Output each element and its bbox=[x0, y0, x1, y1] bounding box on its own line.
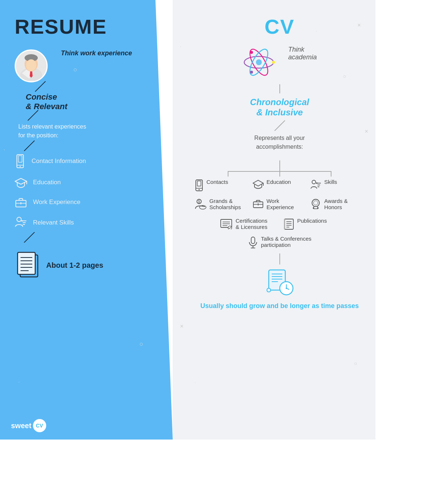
resume-tagline: Think work experience bbox=[61, 49, 132, 57]
svg-point-42 bbox=[199, 189, 200, 190]
cert-label: Certifications& Licensures bbox=[235, 218, 267, 230]
talks-label: Talks & Conferencesparticipation bbox=[261, 236, 312, 248]
contact-label: Contact Information bbox=[32, 158, 86, 165]
cv-item-publications: Publications bbox=[283, 218, 339, 230]
cv-item-talks: Talks & Conferencesparticipation bbox=[248, 236, 312, 249]
svg-marker-11 bbox=[15, 178, 27, 184]
cv-bottom-text: Usually should grow and be longer as tim… bbox=[200, 301, 359, 311]
awards-label: Awards &Honors bbox=[324, 198, 348, 210]
cv-bottom-section: Usually should grow and be longer as tim… bbox=[200, 268, 359, 311]
cv-item-contacts: Contacts bbox=[195, 179, 249, 191]
branding: sweet CV bbox=[11, 419, 46, 432]
resume-item-contact: Contact Information bbox=[15, 154, 86, 168]
svg-point-37 bbox=[250, 51, 253, 54]
svg-point-86 bbox=[286, 288, 287, 289]
scroll-clock-icon bbox=[265, 268, 294, 297]
publications-label: Publications bbox=[297, 218, 327, 224]
svg-rect-69 bbox=[285, 219, 293, 229]
workexp-label: Work Experience bbox=[33, 199, 80, 206]
cv-grid-row3: Certifications& Licensures Publications bbox=[220, 218, 339, 230]
svg-rect-8 bbox=[18, 156, 22, 162]
svg-point-68 bbox=[228, 226, 232, 229]
resume-subdesc: Lists relevant experiencesfor the positi… bbox=[18, 122, 86, 140]
grands-label: Grands &Scholarships bbox=[209, 198, 241, 210]
cv-grid-row1: Contacts Education Skills bbox=[195, 179, 364, 210]
cv-item-skills: Skills bbox=[310, 179, 364, 191]
cv-item-education: Education bbox=[253, 179, 307, 191]
svg-point-10 bbox=[20, 166, 21, 167]
cv-highlight: Chronological& Inclusive bbox=[250, 97, 309, 118]
education-cv-label: Education bbox=[267, 179, 291, 185]
svg-point-58 bbox=[314, 201, 318, 205]
cv-tagline: Thinkacademia bbox=[288, 46, 317, 61]
svg-point-32 bbox=[256, 59, 262, 65]
svg-point-6 bbox=[26, 59, 36, 71]
connector-v2 bbox=[279, 253, 280, 264]
left-panel: ○ · ○ · RESUME Think w bbox=[0, 0, 173, 440]
resume-item-education: Education bbox=[15, 177, 61, 188]
svg-line-61 bbox=[314, 207, 314, 208]
cv-item-cert: Certifications& Licensures bbox=[220, 218, 276, 230]
svg-point-38 bbox=[250, 71, 253, 74]
cv-title: CV bbox=[265, 15, 295, 38]
tree-branches bbox=[203, 160, 356, 171]
right-panel: × · ○ × · × ○ · CV Thinkacademia Chronol… bbox=[173, 0, 375, 440]
svg-point-16 bbox=[17, 217, 21, 222]
cv-item-awards: Awards &Honors bbox=[310, 198, 364, 210]
cv-subdesc: Represents all youraccomplishments: bbox=[254, 134, 305, 151]
contacts-label: Contacts bbox=[206, 179, 228, 185]
brand-sweet: sweet bbox=[11, 422, 32, 430]
svg-point-49 bbox=[316, 182, 318, 184]
svg-rect-7 bbox=[17, 155, 23, 168]
svg-point-45 bbox=[312, 180, 316, 184]
brand-cv: CV bbox=[33, 419, 46, 432]
education-label: Education bbox=[33, 179, 61, 186]
svg-text:$: $ bbox=[198, 200, 200, 204]
svg-line-62 bbox=[318, 207, 318, 208]
cv-item-grands: $ Grands &Scholarships bbox=[195, 198, 249, 210]
pages-section: About 1-2 pages bbox=[15, 251, 103, 280]
svg-point-20 bbox=[21, 220, 23, 222]
connector-v1 bbox=[279, 84, 280, 93]
resume-item-skills: Relevant Skills bbox=[15, 216, 74, 229]
resume-highlight: Concise& Relevant bbox=[26, 92, 67, 111]
pages-text: About 1-2 pages bbox=[46, 261, 103, 270]
svg-point-57 bbox=[312, 199, 319, 207]
svg-rect-75 bbox=[251, 237, 255, 244]
resume-title: RESUME bbox=[15, 15, 107, 38]
skills-cv-label: Skills bbox=[324, 179, 337, 185]
resume-item-workexp: Work Experience bbox=[15, 197, 80, 208]
cv-header: Thinkacademia bbox=[242, 46, 317, 82]
resume-header: Think work experience bbox=[15, 49, 132, 86]
svg-point-36 bbox=[272, 61, 275, 64]
workexp-cv-label: WorkExperience bbox=[267, 198, 294, 210]
svg-rect-40 bbox=[197, 181, 201, 186]
skills-label: Relevant Skills bbox=[33, 219, 74, 226]
cv-item-workexp: WorkExperience bbox=[253, 198, 307, 210]
atom-icon bbox=[242, 46, 275, 79]
avatar bbox=[15, 49, 48, 82]
